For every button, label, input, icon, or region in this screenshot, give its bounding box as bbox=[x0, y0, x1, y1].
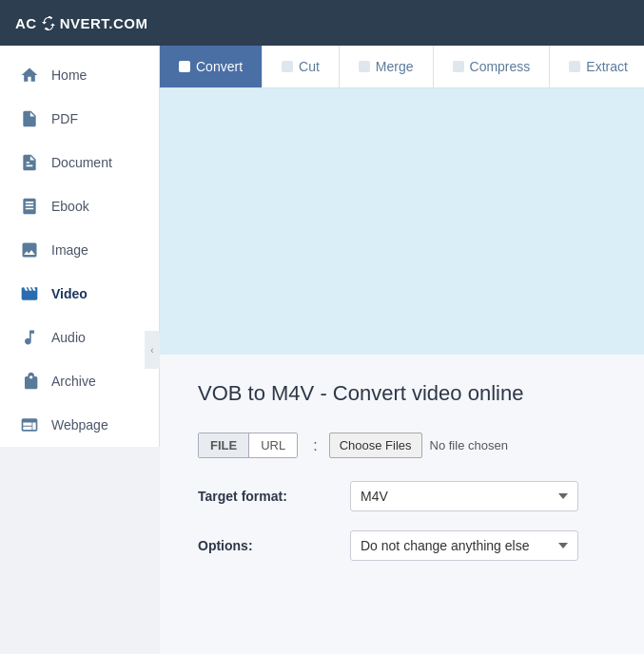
content-area: VOB to M4V - Convert video online FILE U… bbox=[160, 88, 644, 654]
sidebar-label-image: Image bbox=[51, 242, 88, 258]
sync-icon bbox=[40, 14, 57, 31]
sidebar-label-audio: Audio bbox=[51, 330, 86, 345]
sidebar-collapse-button[interactable]: ‹ bbox=[145, 331, 160, 369]
site-logo: AC NVERT.COM bbox=[15, 14, 148, 31]
file-toggle-url[interactable]: URL bbox=[249, 433, 297, 457]
logo-text-before: AC bbox=[15, 15, 37, 31]
tab-convert[interactable]: Convert bbox=[160, 46, 263, 87]
tab-cut[interactable]: Cut bbox=[263, 46, 340, 87]
tab-extract[interactable]: Extract bbox=[550, 46, 644, 87]
choose-files-button[interactable]: Choose Files bbox=[329, 433, 422, 458]
sidebar-label-home: Home bbox=[51, 67, 87, 83]
compress-tab-icon bbox=[453, 61, 464, 72]
pdf-icon bbox=[19, 108, 40, 129]
convert-tab-icon bbox=[179, 61, 190, 72]
sidebar: Home PDF Document Ebook bbox=[0, 46, 160, 447]
sidebar-item-pdf[interactable]: PDF bbox=[0, 97, 159, 141]
sidebar-wrapper: Home PDF Document Ebook bbox=[0, 46, 160, 654]
audio-icon bbox=[19, 327, 40, 348]
merge-tab-icon bbox=[359, 61, 370, 72]
sidebar-item-image[interactable]: Image bbox=[0, 228, 159, 272]
file-url-toggle: FILE URL bbox=[198, 433, 298, 458]
options-select[interactable]: Do not change anything else bbox=[350, 530, 578, 561]
tab-compress[interactable]: Compress bbox=[434, 46, 551, 87]
tab-extract-label: Extract bbox=[586, 59, 628, 74]
sidebar-label-document: Document bbox=[51, 155, 112, 170]
tab-convert-label: Convert bbox=[196, 59, 243, 74]
sidebar-item-webpage[interactable]: Webpage bbox=[0, 403, 159, 447]
tab-compress-label: Compress bbox=[470, 59, 531, 74]
sidebar-item-document[interactable]: Document bbox=[0, 141, 159, 184]
target-format-select[interactable]: M4V bbox=[350, 481, 578, 511]
cut-tab-icon bbox=[282, 61, 293, 72]
target-format-row: Target format: M4V bbox=[198, 481, 606, 511]
sidebar-item-audio[interactable]: Audio bbox=[0, 316, 159, 359]
sidebar-label-ebook: Ebook bbox=[51, 199, 89, 214]
advertisement-banner bbox=[160, 88, 644, 355]
options-row: Options: Do not change anything else bbox=[198, 530, 606, 561]
target-format-label: Target format: bbox=[198, 489, 350, 504]
file-input-row: FILE URL : Choose Files No file chosen bbox=[198, 433, 606, 458]
archive-icon bbox=[19, 371, 40, 392]
sidebar-item-home[interactable]: Home bbox=[0, 53, 159, 97]
sidebar-item-ebook[interactable]: Ebook bbox=[0, 184, 159, 228]
document-icon bbox=[19, 152, 40, 173]
no-file-status: No file chosen bbox=[430, 438, 508, 452]
sidebar-label-webpage: Webpage bbox=[51, 417, 108, 433]
tab-bar: Convert Cut Merge Compress Extract bbox=[160, 46, 644, 88]
sidebar-label-video: Video bbox=[51, 286, 88, 301]
file-input-wrapper: Choose Files No file chosen bbox=[329, 433, 508, 458]
ebook-icon bbox=[19, 196, 40, 217]
sidebar-item-video[interactable]: Video bbox=[0, 272, 159, 316]
options-label: Options: bbox=[198, 538, 350, 553]
extract-tab-icon bbox=[569, 61, 580, 72]
webpage-icon bbox=[19, 414, 40, 435]
logo-text-after: NVERT.COM bbox=[60, 15, 148, 31]
site-header: AC NVERT.COM bbox=[0, 0, 644, 46]
sidebar-label-pdf: PDF bbox=[51, 111, 78, 126]
video-icon bbox=[19, 283, 40, 304]
home-icon bbox=[19, 65, 40, 86]
image-icon bbox=[19, 240, 40, 260]
tab-merge[interactable]: Merge bbox=[340, 46, 434, 87]
page-title: VOB to M4V - Convert video online bbox=[198, 381, 606, 406]
tab-merge-label: Merge bbox=[376, 59, 414, 74]
file-toggle-file[interactable]: FILE bbox=[199, 433, 248, 457]
input-colon: : bbox=[313, 437, 317, 454]
tab-cut-label: Cut bbox=[299, 59, 320, 74]
sidebar-label-archive: Archive bbox=[51, 374, 96, 389]
converter-form: VOB to M4V - Convert video online FILE U… bbox=[160, 355, 644, 654]
sidebar-item-archive[interactable]: Archive bbox=[0, 359, 159, 403]
main-content: Convert Cut Merge Compress Extract bbox=[160, 46, 644, 654]
